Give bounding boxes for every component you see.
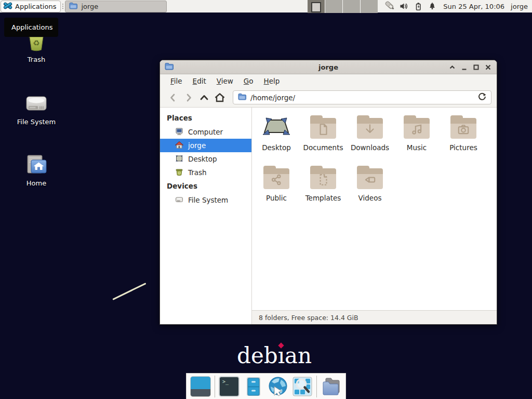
terminal-launcher[interactable]: >_: [219, 376, 240, 397]
file-item-documents[interactable]: Documents: [300, 113, 347, 163]
home-folder-icon: [11, 151, 61, 176]
menu-help[interactable]: Help: [259, 74, 285, 88]
window-title: jorge: [160, 63, 497, 71]
dock-separator: [316, 376, 317, 397]
application-finder-launcher[interactable]: [292, 376, 313, 397]
battery-icon[interactable]: [411, 0, 425, 13]
statusbar: 8 folders, Free space: 14.4 GiB: [252, 310, 497, 324]
menu-edit[interactable]: Edit: [188, 74, 211, 88]
path-text: /home/jorge/: [250, 94, 295, 102]
sidebar-item-desktop[interactable]: Desktop: [160, 152, 251, 166]
sidebar: Places Computer: [160, 108, 252, 324]
file-item-desktop[interactable]: Desktop: [253, 113, 300, 163]
folder-music-icon: [402, 115, 431, 140]
notifications-bell-icon[interactable]: [425, 0, 439, 13]
shade-button[interactable]: [448, 63, 456, 71]
file-item-music[interactable]: Music: [393, 113, 440, 163]
file-manager-window: jorge File Edit View Go Help: [159, 60, 497, 325]
workspace-4[interactable]: [361, 0, 378, 13]
file-item-videos[interactable]: Videos: [347, 163, 393, 214]
sidebar-item-filesystem[interactable]: File System: [160, 193, 251, 207]
folder-downloads-icon: [355, 115, 384, 140]
desktop-special-icon: [262, 115, 291, 140]
desktop-mini-icon: [175, 154, 183, 164]
volume-icon[interactable]: [397, 0, 411, 13]
user-home-icon: [175, 141, 183, 151]
file-manager-launcher[interactable]: [243, 376, 264, 397]
toolbar: /home/jorge/: [160, 88, 497, 108]
file-item-downloads[interactable]: Downloads: [347, 113, 393, 163]
workspace-3[interactable]: [343, 0, 360, 13]
close-button[interactable]: [484, 63, 492, 71]
sidebar-item-jorge[interactable]: jorge: [160, 139, 251, 152]
up-button[interactable]: [196, 90, 212, 105]
titlebar[interactable]: jorge: [160, 60, 497, 74]
recycle-glyph: ♻: [11, 38, 61, 48]
applications-menu-button[interactable]: Applications: [1, 1, 61, 12]
sidebar-item-computer[interactable]: Computer: [160, 125, 251, 139]
desktop-icon-label: Trash: [11, 56, 61, 63]
file-view: Desktop Documents: [252, 108, 497, 324]
directory-menu-launcher[interactable]: [321, 376, 341, 397]
places-header: Places: [160, 111, 251, 125]
xfce-logo-icon: [3, 1, 12, 12]
top-panel: Applications jorge: [0, 0, 532, 13]
panel-username: jorge: [511, 3, 528, 10]
back-button[interactable]: [165, 90, 181, 105]
desktop-icon-label: File System: [11, 118, 61, 126]
input-device-icon[interactable]: [383, 0, 397, 13]
menubar: File Edit View Go Help: [160, 74, 497, 88]
desktop-icon-home[interactable]: Home: [11, 151, 61, 187]
file-item-templates[interactable]: Templates: [300, 163, 347, 214]
reload-icon[interactable]: [478, 92, 486, 102]
desktop-icon-filesystem[interactable]: File System: [11, 89, 61, 126]
folder-templates-icon: [309, 166, 338, 191]
menu-view[interactable]: View: [211, 74, 238, 88]
desktop-icon-label: Home: [11, 179, 61, 187]
file-item-pictures[interactable]: Pictures: [440, 113, 487, 163]
panel-handle: [61, 1, 65, 12]
taskbar-window-label: jorge: [81, 3, 98, 10]
taskbar-window-button[interactable]: jorge: [65, 1, 167, 12]
computer-icon: [175, 127, 183, 137]
cursor-trail-artifact: [112, 283, 146, 300]
drive-mini-icon: [175, 195, 183, 205]
clock[interactable]: Sun 25 Apr, 10:06: [443, 3, 504, 10]
drive-icon: [11, 89, 61, 114]
path-bar[interactable]: /home/jorge/: [233, 90, 491, 104]
menu-file[interactable]: File: [165, 74, 188, 88]
applications-tooltip: Applications: [4, 18, 58, 37]
path-folder-icon: [238, 93, 246, 102]
workspace-1[interactable]: [308, 0, 325, 13]
folder-pictures-icon: [449, 115, 478, 140]
dock-separator: [215, 376, 215, 397]
folder-icon: [69, 2, 77, 11]
applications-menu-label: Applications: [15, 3, 56, 10]
maximize-button[interactable]: [472, 63, 480, 71]
dock-panel: >_: [186, 373, 346, 399]
folder-public-icon: [262, 166, 291, 191]
debian-wordmark: debıan: [237, 343, 312, 368]
statusbar-text: 8 folders, Free space: 14.4 GiB: [259, 314, 358, 322]
workspace-switcher: [308, 0, 378, 13]
folder-videos-icon: [355, 166, 384, 191]
devices-header: Devices: [160, 179, 251, 193]
debian-i-dot: ı: [278, 343, 285, 368]
system-tray: [383, 0, 439, 13]
workspace-2[interactable]: [325, 0, 342, 13]
forward-button[interactable]: [181, 90, 196, 105]
folder-documents-icon: [309, 115, 338, 140]
home-button[interactable]: [212, 90, 228, 105]
trash-mini-icon: [175, 168, 183, 178]
web-browser-launcher[interactable]: [268, 376, 288, 397]
sidebar-item-trash[interactable]: Trash: [160, 166, 251, 179]
file-item-public[interactable]: Public: [253, 163, 300, 214]
minimize-button[interactable]: [460, 63, 468, 71]
show-desktop-button[interactable]: [190, 376, 211, 397]
menu-go[interactable]: Go: [238, 74, 259, 88]
